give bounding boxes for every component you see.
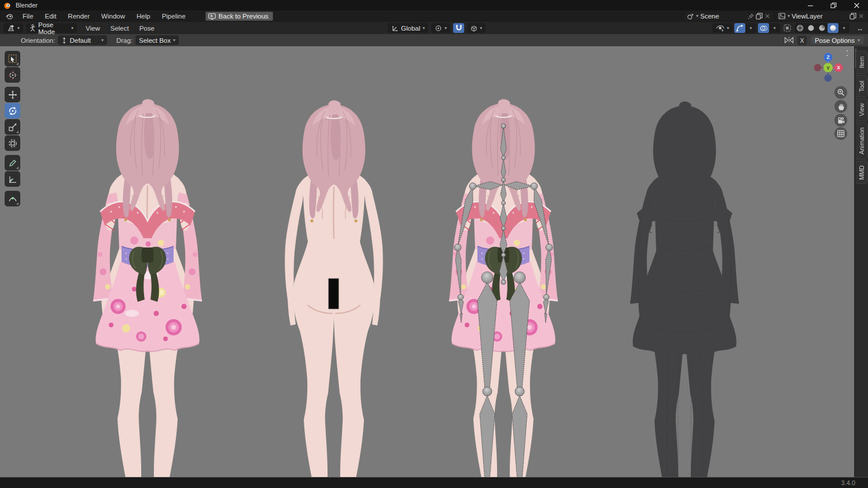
gizmo-minus-x-axis[interactable] — [814, 64, 822, 72]
orientation-default-selector[interactable]: Default ▾ — [58, 35, 106, 45]
menu-edit[interactable]: Edit — [39, 10, 62, 22]
new-viewlayer-icon[interactable] — [849, 13, 856, 20]
rendered-sphere-icon — [829, 24, 837, 32]
menu-pipeline[interactable]: Pipeline — [156, 10, 192, 22]
menu-render[interactable]: Render — [62, 10, 95, 22]
tool-rotate[interactable] — [5, 103, 20, 119]
viewlayer-name[interactable]: ViewLayer — [792, 13, 848, 20]
menu-file[interactable]: File — [17, 10, 39, 22]
overlays-group: ▾ — [758, 23, 780, 33]
viewport-3d[interactable]: Z X Y — [0, 46, 868, 478]
menu-view[interactable]: View — [80, 25, 105, 32]
tool-measure[interactable] — [5, 171, 20, 187]
zoom-view-button[interactable] — [834, 86, 847, 99]
scene-name[interactable]: Scene — [700, 13, 746, 20]
model-wireframe-character[interactable] — [618, 101, 751, 478]
blender-logo-icon — [3, 2, 11, 9]
region-resize-handle[interactable]: ↔ — [855, 23, 866, 33]
drag-label: Drag: — [116, 37, 133, 44]
transform-orientation-selector[interactable]: Global ▾ — [388, 23, 428, 33]
back-to-previous-button[interactable]: Back to Previous — [205, 12, 273, 21]
scene-icon — [687, 13, 694, 20]
menu-help[interactable]: Help — [131, 10, 156, 22]
tool-move[interactable] — [5, 87, 20, 102]
mirror-x-toggle[interactable]: X — [797, 36, 807, 45]
scale-icon — [8, 123, 17, 132]
model-nude-character-censored[interactable] — [267, 99, 400, 478]
pivot-icon — [435, 25, 442, 32]
shading-solid-button[interactable] — [806, 23, 816, 33]
pin-icon[interactable] — [748, 13, 754, 20]
move-icon — [8, 90, 17, 99]
tab-mmd[interactable]: MMD — [856, 161, 868, 184]
gizmo-minus-z-axis[interactable] — [825, 75, 832, 82]
zoom-icon — [837, 88, 845, 97]
tool-select-box[interactable] — [5, 51, 20, 66]
new-scene-icon[interactable] — [756, 13, 763, 20]
magnet-icon — [455, 24, 462, 32]
shading-group: ▾ — [795, 23, 849, 33]
scene-selector[interactable]: ▾ Scene ✕ — [685, 12, 773, 21]
menu-select[interactable]: Select — [105, 25, 134, 32]
shading-dropdown[interactable]: ▾ — [838, 23, 849, 33]
snap-toggle[interactable] — [453, 23, 464, 33]
tab-item[interactable]: Item — [856, 51, 868, 74]
mode-label: Pose Mode — [38, 21, 69, 35]
camera-icon — [837, 117, 845, 124]
viewlayer-browse-chevron[interactable]: ▾ — [788, 14, 790, 19]
unlink-scene-icon[interactable]: ✕ — [764, 12, 770, 20]
mode-selector[interactable]: Pose Mode ▾ — [26, 23, 77, 33]
blender-menu-logo-icon[interactable] — [5, 13, 13, 20]
svg-text:Z: Z — [826, 54, 829, 60]
camera-view-button[interactable] — [834, 114, 847, 127]
gizmos-dropdown[interactable]: ▾ — [745, 23, 756, 33]
wireframe-sphere-icon — [796, 24, 804, 32]
annotate-pencil-icon — [8, 158, 17, 168]
close-button[interactable] — [845, 0, 868, 10]
pivot-point-selector[interactable]: ▾ — [431, 23, 450, 33]
header-collapse-dots[interactable] — [847, 50, 848, 56]
overlays-dropdown[interactable]: ▾ — [769, 23, 780, 33]
menu-pose[interactable]: Pose — [134, 25, 160, 32]
drag-mode-selector[interactable]: Select Box ▾ — [135, 35, 179, 45]
viewlayer-selector[interactable]: ▾ ViewLayer ✕ — [776, 12, 866, 21]
maximize-button[interactable] — [822, 0, 845, 10]
menu-window[interactable]: Window — [95, 10, 131, 22]
model-kimono-character[interactable] — [81, 98, 214, 478]
shading-wireframe-button[interactable] — [795, 23, 806, 33]
tool-cursor[interactable] — [5, 67, 20, 83]
censor-bar — [329, 279, 339, 309]
tool-scale[interactable] — [5, 119, 20, 135]
navigation-gizmo[interactable]: Z X Y — [813, 53, 843, 83]
remove-viewlayer-icon[interactable]: ✕ — [858, 12, 864, 20]
shading-rendered-button[interactable] — [827, 23, 838, 33]
editor-type-selector[interactable]: ▾ — [3, 23, 23, 33]
viewport-toolbar — [5, 51, 20, 207]
orientation-value: Global — [401, 25, 420, 32]
tab-tool[interactable]: Tool — [856, 75, 868, 97]
tool-transform[interactable] — [5, 135, 20, 151]
object-visibility-selector[interactable]: ▾ — [712, 23, 733, 33]
viewlayer-icon — [778, 13, 786, 20]
show-gizmos-toggle[interactable] — [734, 23, 745, 33]
sidebar-tab-strip: Item Tool View Animation MMD — [854, 46, 868, 478]
minimize-button[interactable] — [799, 0, 822, 10]
xray-toggle[interactable] — [782, 23, 793, 33]
tab-view[interactable]: View — [856, 98, 868, 121]
shading-material-button[interactable] — [816, 23, 827, 33]
pose-mode-icon — [30, 24, 36, 32]
mirror-butterfly-icon — [784, 36, 794, 44]
model-kimono-character-with-armature[interactable] — [437, 98, 570, 478]
snap-with-selector[interactable]: ▾ — [467, 23, 486, 33]
pose-options-button[interactable]: Pose Options ▾ — [810, 35, 865, 45]
tool-annotate[interactable] — [5, 155, 20, 171]
xray-icon — [784, 24, 791, 32]
scene-browse-chevron[interactable]: ▾ — [696, 14, 698, 19]
toggle-perspective-button[interactable] — [834, 127, 847, 140]
tool-pose-breakdowner[interactable] — [5, 191, 20, 206]
pan-view-button[interactable] — [834, 100, 847, 113]
overlays-icon — [760, 25, 768, 32]
orientation-axes-icon — [391, 25, 399, 32]
show-overlays-toggle[interactable] — [758, 23, 769, 33]
tab-animation[interactable]: Animation — [856, 123, 868, 160]
